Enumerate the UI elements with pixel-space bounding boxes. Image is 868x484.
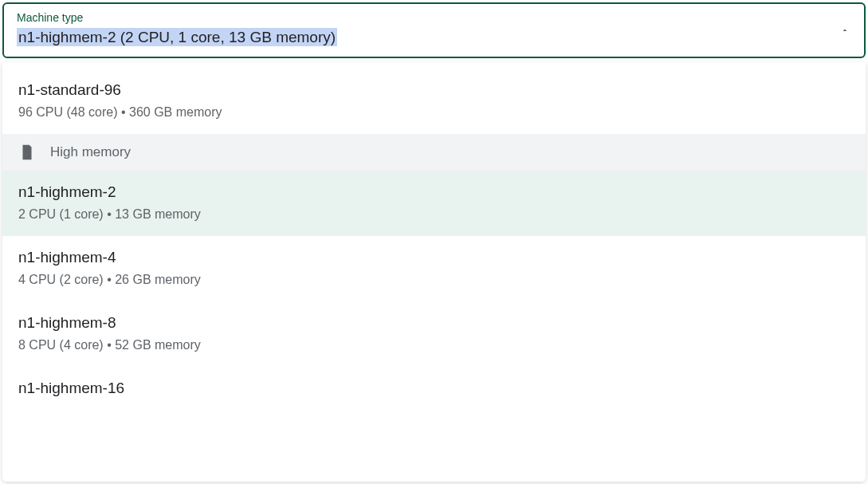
machine-type-dropdown[interactable]: Standard n1-standard-64 64 CPU (32 core)… xyxy=(2,62,866,482)
document-icon xyxy=(18,144,36,161)
option-name: n1-highmem-4 xyxy=(18,247,850,268)
option-name: n1-highmem-16 xyxy=(18,378,850,399)
option-name: n1-highmem-8 xyxy=(18,313,850,333)
option-n1-standard-64[interactable]: n1-standard-64 64 CPU (32 core) • 240 GB… xyxy=(2,62,866,69)
option-spec: 4 CPU (2 core) • 26 GB memory xyxy=(18,271,850,289)
option-spec: 96 CPU (48 core) • 360 GB memory xyxy=(18,104,850,121)
machine-type-label: Machine type xyxy=(17,10,832,25)
machine-type-selected-value: n1-highmem-2 (2 CPU, 1 core, 13 GB memor… xyxy=(17,28,337,46)
option-n1-highmem-2[interactable]: n1-highmem-2 2 CPU (1 core) • 13 GB memo… xyxy=(2,171,866,236)
group-header-high-memory: High memory xyxy=(2,134,866,171)
option-name: n1-highmem-2 xyxy=(18,182,850,203)
machine-type-select[interactable]: Machine type n1-highmem-2 (2 CPU, 1 core… xyxy=(2,2,866,58)
option-n1-highmem-8[interactable]: n1-highmem-8 8 CPU (4 core) • 52 GB memo… xyxy=(2,301,866,367)
option-spec: 2 CPU (1 core) • 13 GB memory xyxy=(18,206,850,223)
option-n1-standard-96[interactable]: n1-standard-96 96 CPU (48 core) • 360 GB… xyxy=(2,69,866,134)
dropdown-arrow-up-icon xyxy=(840,26,850,35)
option-spec: 8 CPU (4 core) • 52 GB memory xyxy=(18,336,850,354)
option-n1-highmem-16[interactable]: n1-highmem-16 xyxy=(2,367,866,415)
option-n1-highmem-4[interactable]: n1-highmem-4 4 CPU (2 core) • 26 GB memo… xyxy=(2,236,866,301)
option-name: n1-standard-96 xyxy=(18,80,850,100)
group-header-label: High memory xyxy=(50,144,131,160)
